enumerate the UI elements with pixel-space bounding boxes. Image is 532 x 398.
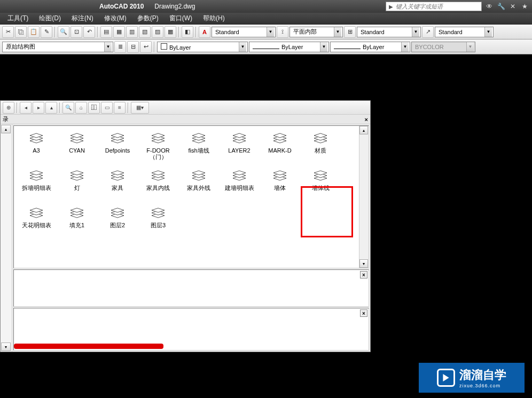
menu-help[interactable]: 帮助(H) <box>198 14 230 23</box>
scroll-up-icon[interactable]: ▴ <box>1 125 11 133</box>
menu-dim[interactable]: 标注(N) <box>66 14 99 23</box>
layer-item[interactable]: 材质 <box>300 131 341 169</box>
chevron-down-icon[interactable]: ▼ <box>484 27 492 37</box>
text-style-combo[interactable]: Standard ▼ <box>212 27 276 37</box>
calc-icon[interactable]: ▩ <box>165 26 176 38</box>
search-input[interactable] <box>396 3 476 10</box>
menu-tools[interactable]: 工具(T) <box>2 14 34 23</box>
chevron-down-icon[interactable]: ▼ <box>104 42 112 52</box>
close-icon[interactable]: × <box>360 271 367 278</box>
chevron-down-icon[interactable]: ▼ <box>412 27 419 37</box>
layer-props-icon[interactable]: ▤ <box>100 26 112 38</box>
layer-grid[interactable]: A3 CYAN Defpoints F-DOOR（门） fish墙线 LAYER… <box>14 126 359 268</box>
linetype-combo[interactable]: ByLayer ▼ <box>249 42 329 52</box>
menu-param[interactable]: 参数(P) <box>132 14 164 23</box>
tree-icon[interactable]: ⿲ <box>88 102 100 114</box>
mleader-style-combo[interactable]: Standard ▼ <box>435 27 494 37</box>
layer-item[interactable]: fish墙线 <box>178 131 219 169</box>
svg-marker-50 <box>30 208 43 212</box>
markup-icon[interactable]: ▨ <box>152 26 163 38</box>
zoom-window-icon[interactable]: ⊡ <box>71 26 82 38</box>
menu-modify[interactable]: 修改(M) <box>99 14 132 23</box>
scroll-down-icon[interactable]: ▾ <box>359 259 368 268</box>
paste-icon[interactable]: 📋 <box>28 26 40 38</box>
tool-palette-icon[interactable]: ▥ <box>126 26 138 38</box>
menu-draw[interactable]: 绘图(D) <box>34 14 66 23</box>
match-icon[interactable]: ✎ <box>41 26 52 38</box>
svg-marker-60 <box>443 374 449 381</box>
layer-item[interactable]: 建墙明细表 <box>219 169 260 206</box>
table-style-icon[interactable]: ⊞ <box>344 26 356 38</box>
forward-icon[interactable]: ▸ <box>33 102 44 114</box>
dim-style-combo[interactable]: 平面内部 ▼ <box>290 27 343 37</box>
layer-item[interactable]: 墙体线 <box>300 169 341 206</box>
zoom-prev-icon[interactable]: ↶ <box>83 26 95 38</box>
layers-icon <box>150 206 167 220</box>
layer-item[interactable]: MARK-D <box>260 131 300 169</box>
zoom-icon[interactable]: 🔍 <box>58 26 69 38</box>
up-icon[interactable]: ▴ <box>45 102 57 114</box>
close-icon[interactable]: × <box>365 116 368 123</box>
binoculars-icon[interactable]: 👁 <box>485 2 494 11</box>
sheet-set-icon[interactable]: ▧ <box>139 26 151 38</box>
preview-icon[interactable]: ▭ <box>101 102 113 114</box>
load-icon[interactable]: ⊕ <box>3 102 14 114</box>
layer-label: fish墙线 <box>188 147 209 154</box>
layer-combo[interactable]: 原始结构图 ▼ <box>2 42 113 52</box>
scroll-down-icon[interactable]: ▾ <box>1 343 11 351</box>
menu-window[interactable]: 窗口(W) <box>164 14 198 23</box>
home-icon[interactable]: ⌂ <box>75 102 87 114</box>
layer-item[interactable]: A3 <box>16 131 57 169</box>
dim-style-icon[interactable]: ⟟ <box>277 26 288 38</box>
layer-item[interactable]: 家具内线 <box>138 169 178 206</box>
desc-icon[interactable]: ≡ <box>114 102 126 114</box>
lineweight-combo[interactable]: ByLayer ▼ <box>330 42 410 52</box>
layer-label: 墙体线 <box>312 185 330 191</box>
layer-item[interactable]: 家具外线 <box>178 169 219 206</box>
layer-item[interactable]: 拆墙明细表 <box>16 169 57 206</box>
search-panel-icon[interactable]: 🔍 <box>62 102 74 114</box>
layer-iso-icon[interactable]: ⊟ <box>127 41 139 53</box>
layers-icon <box>190 169 207 182</box>
layer-item[interactable]: 灯 <box>57 169 97 206</box>
layer-item[interactable]: 家具 <box>97 169 138 206</box>
infocenter-icon[interactable]: 🔧 <box>497 2 505 11</box>
chevron-down-icon[interactable]: ▼ <box>239 42 246 52</box>
chevron-down-icon[interactable]: ▼ <box>267 27 274 37</box>
copy-icon[interactable]: ⿻ <box>15 26 27 38</box>
layer-label: 家具 <box>112 185 123 191</box>
layer-item[interactable]: 天花明细表 <box>16 206 57 243</box>
views-icon[interactable]: ▦▾ <box>131 102 149 114</box>
layer-state-icon[interactable]: ≣ <box>114 41 126 53</box>
svg-marker-14 <box>192 133 205 138</box>
design-center-icon[interactable]: ▦ <box>113 26 125 38</box>
layer-label: CYAN <box>69 147 85 154</box>
layer-item[interactable]: 图层3 <box>138 206 178 243</box>
text-style-icon[interactable]: A <box>199 26 210 38</box>
layer-item[interactable]: Defpoints <box>97 131 138 169</box>
layer-label: 填充1 <box>69 222 84 228</box>
layer-item[interactable]: 填充1 <box>57 206 97 243</box>
color-combo[interactable]: ByLayer ▼ <box>157 42 248 52</box>
layer-item[interactable]: F-DOOR（门） <box>138 131 178 169</box>
search-box[interactable]: ▶ <box>386 2 482 11</box>
scroll-up-icon[interactable]: ▴ <box>359 126 368 134</box>
layer-item[interactable]: 墙体 <box>260 169 300 206</box>
properties-icon[interactable]: ◧ <box>182 26 193 38</box>
mleader-style-icon[interactable]: ↗ <box>422 26 434 38</box>
layer-item[interactable]: 图层2 <box>97 206 138 243</box>
chevron-down-icon[interactable]: ▼ <box>334 27 341 37</box>
cut-icon[interactable]: ✂ <box>2 26 14 38</box>
chevron-down-icon[interactable]: ▼ <box>401 42 409 52</box>
back-icon[interactable]: ◂ <box>20 102 32 114</box>
svg-marker-23 <box>314 133 327 138</box>
layer-item[interactable]: LAYER2 <box>219 131 260 169</box>
close-icon[interactable]: × <box>360 309 367 317</box>
favorite-icon[interactable]: ★ <box>520 2 529 11</box>
comm-icon[interactable]: ✕ <box>508 2 517 11</box>
layer-item[interactable]: CYAN <box>57 131 97 169</box>
grid-scrollbar[interactable]: ▴ ▾ <box>359 126 369 268</box>
chevron-down-icon[interactable]: ▼ <box>320 42 327 52</box>
layer-prev-icon[interactable]: ↩ <box>140 41 152 53</box>
table-style-combo[interactable]: Standard ▼ <box>357 27 421 37</box>
